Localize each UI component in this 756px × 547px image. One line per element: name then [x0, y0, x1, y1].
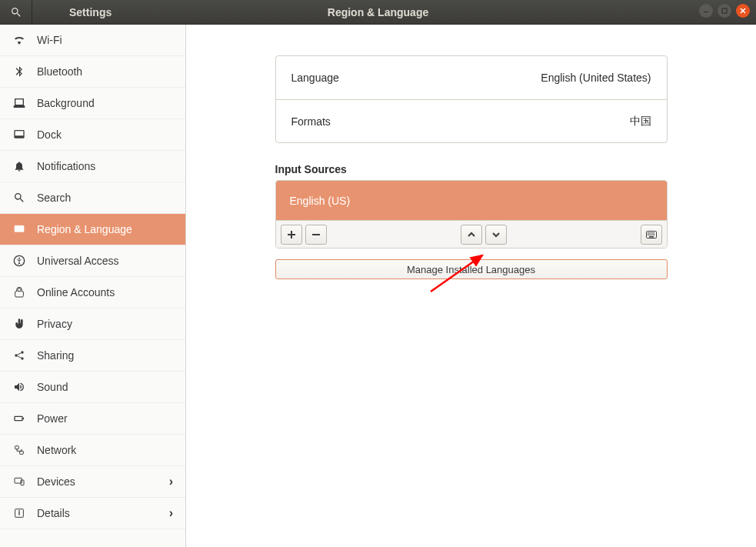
- language-formats-group: Language English (United States) Formats…: [275, 55, 668, 143]
- search-icon: [12, 192, 26, 204]
- sidebar-item-label: Privacy: [37, 318, 72, 330]
- formats-label: Formats: [291, 115, 331, 128]
- minimize-button[interactable]: [699, 4, 713, 18]
- input-sources-list: English (US): [275, 180, 668, 248]
- main-content: Language English (United States) Formats…: [186, 25, 756, 547]
- sidebar-item-online-accounts[interactable]: Online Accounts: [0, 277, 185, 309]
- hand-icon: [12, 318, 26, 330]
- svg-rect-28: [651, 234, 653, 235]
- sidebar-item-label: Online Accounts: [37, 286, 115, 299]
- language-value: English (United States): [541, 72, 651, 84]
- bluetooth-icon: [12, 65, 26, 78]
- svg-rect-11: [15, 416, 22, 420]
- sidebar-item-background[interactable]: Background: [0, 88, 185, 119]
- sidebar-item-region-language[interactable]: Region & Language: [0, 214, 185, 245]
- svg-rect-3: [15, 135, 24, 138]
- search-button[interactable]: [0, 0, 32, 25]
- move-down-button[interactable]: [485, 225, 507, 245]
- page-title: Region & Language: [0, 6, 756, 18]
- flag-icon: [12, 223, 26, 235]
- svg-rect-24: [651, 232, 653, 234]
- manage-button-label: Manage Installed Languages: [407, 264, 535, 275]
- sidebar-item-devices[interactable]: Devices ›: [0, 466, 185, 498]
- svg-rect-14: [20, 451, 24, 454]
- window-controls: [699, 4, 750, 18]
- svg-point-5: [17, 228, 19, 230]
- svg-point-10: [21, 357, 23, 359]
- sidebar-item-sound[interactable]: Sound: [0, 372, 185, 403]
- input-source-item[interactable]: English (US): [276, 181, 667, 220]
- svg-rect-22: [648, 232, 649, 234]
- sidebar-item-dock[interactable]: Dock: [0, 119, 185, 151]
- sidebar-item-label: Devices: [37, 475, 75, 488]
- titlebar: Settings Region & Language: [0, 0, 756, 25]
- search-icon: [10, 6, 22, 18]
- move-up-button[interactable]: [461, 225, 482, 245]
- bell-icon: [12, 160, 26, 172]
- manage-installed-languages-button[interactable]: Manage Installed Languages: [275, 259, 668, 279]
- svg-rect-27: [649, 234, 651, 235]
- svg-rect-13: [15, 446, 19, 449]
- speaker-icon: [12, 381, 26, 393]
- plus-icon: [287, 230, 296, 239]
- chevron-right-icon: ›: [169, 506, 173, 520]
- sidebar-item-label: Dock: [37, 128, 62, 141]
- svg-rect-26: [648, 234, 649, 235]
- sidebar-item-notifications[interactable]: Notifications: [0, 151, 185, 182]
- sidebar-item-label: Details: [37, 507, 70, 519]
- sidebar-item-network[interactable]: Network: [0, 435, 185, 466]
- remove-input-source-button[interactable]: [305, 225, 327, 245]
- input-sources-heading: Input Sources: [275, 163, 668, 175]
- wifi-icon: [12, 34, 26, 46]
- formats-value: 中国: [630, 115, 651, 128]
- input-source-label: English (US): [290, 195, 351, 207]
- sidebar-item-label: Network: [37, 444, 76, 456]
- language-label: Language: [291, 72, 339, 84]
- sidebar-item-universal-access[interactable]: Universal Access: [0, 245, 185, 277]
- chevron-down-icon: [491, 230, 501, 239]
- svg-point-7: [18, 258, 20, 259]
- share-icon: [12, 349, 26, 362]
- close-button[interactable]: [736, 4, 750, 18]
- network-icon: [12, 444, 26, 456]
- background-icon: [12, 97, 26, 109]
- svg-rect-4: [15, 225, 24, 232]
- settings-app-label: Settings: [69, 6, 112, 18]
- accessibility-icon: [12, 255, 26, 267]
- svg-rect-23: [649, 232, 651, 234]
- sidebar-item-label: Region & Language: [37, 223, 132, 235]
- sidebar-item-label: Bluetooth: [37, 65, 82, 78]
- sidebar-item-label: Wi-Fi: [37, 34, 62, 46]
- sidebar-item-power[interactable]: Power: [0, 403, 185, 435]
- sidebar-item-search[interactable]: Search: [0, 182, 185, 214]
- sidebar-item-sharing[interactable]: Sharing: [0, 340, 185, 372]
- sidebar-item-label: Power: [37, 412, 68, 425]
- language-row[interactable]: Language English (United States): [276, 56, 667, 99]
- sidebar-item-privacy[interactable]: Privacy: [0, 309, 185, 340]
- sidebar-item-label: Search: [37, 192, 71, 204]
- sidebar-item-wifi[interactable]: Wi-Fi: [0, 25, 185, 56]
- chevron-up-icon: [467, 230, 476, 239]
- svg-rect-1: [722, 8, 727, 13]
- keyboard-icon: [646, 230, 657, 239]
- svg-rect-16: [21, 480, 24, 485]
- devices-icon: [12, 475, 26, 488]
- svg-rect-12: [23, 418, 24, 420]
- maximize-button[interactable]: [718, 4, 731, 18]
- sidebar-item-label: Sound: [37, 381, 68, 393]
- sidebar-item-details[interactable]: Details ›: [0, 498, 185, 529]
- svg-rect-25: [653, 232, 654, 234]
- dock-icon: [12, 128, 26, 141]
- svg-rect-0: [704, 12, 708, 12]
- svg-rect-29: [653, 234, 654, 235]
- svg-rect-18: [18, 511, 19, 515]
- keyboard-layout-button[interactable]: [641, 225, 662, 245]
- sidebar: Wi-Fi Bluetooth Background Dock Notifica…: [0, 25, 186, 547]
- add-input-source-button[interactable]: [281, 225, 302, 245]
- chevron-right-icon: ›: [169, 475, 173, 489]
- input-sources-toolbar: [276, 220, 667, 248]
- svg-rect-19: [18, 510, 19, 511]
- svg-rect-30: [649, 236, 654, 238]
- sidebar-item-bluetooth[interactable]: Bluetooth: [0, 56, 185, 88]
- formats-row[interactable]: Formats 中国: [276, 99, 667, 142]
